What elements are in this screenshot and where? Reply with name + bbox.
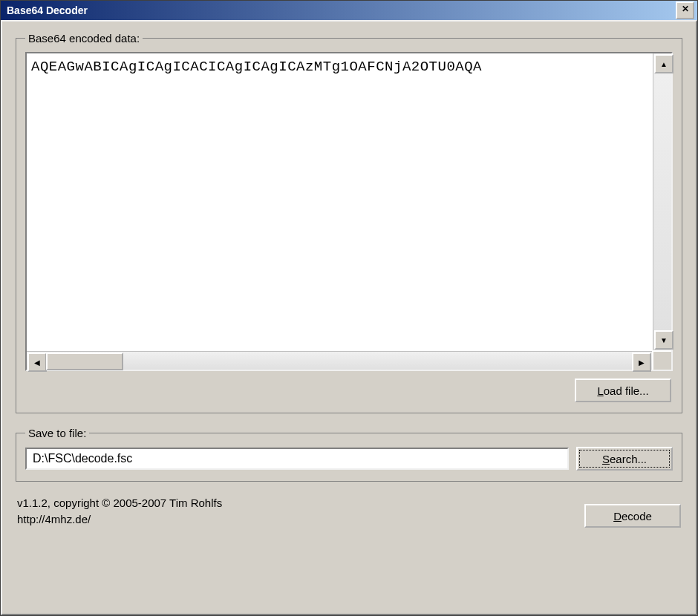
save-path-input[interactable] [25,448,569,470]
chevron-right-icon: ▶ [639,358,645,367]
close-button[interactable]: ✕ [676,1,694,19]
encoded-data-legend: Base64 encoded data: [25,32,143,45]
vertical-scrollbar[interactable]: ▲ ▼ [653,53,671,350]
chevron-up-icon: ▲ [660,60,668,68]
footer-text: v1.1.2, copyright © 2005-2007 Tim Rohlfs… [17,495,222,528]
load-file-label-rest: oad file... [604,384,649,397]
encoded-data-textarea[interactable]: AQEAGwABICAgICAgICACICAgICAgICAzMTg1OAFC… [25,52,673,371]
chevron-down-icon: ▼ [660,336,668,344]
window-title: Base64 Decoder [7,4,676,16]
scroll-up-button[interactable]: ▲ [654,54,673,73]
decode-button[interactable]: Decode [584,504,681,528]
website-line: http://4mhz.de/ [17,511,222,528]
horizontal-scroll-thumb[interactable] [46,353,123,370]
scroll-corner [653,352,671,370]
scroll-right-button[interactable]: ▶ [632,353,651,372]
horizontal-scrollbar[interactable]: ◀ ▶ [27,351,652,370]
client-area: Base64 encoded data: AQEAGwABICAgICAgICA… [1,20,697,615]
close-icon: ✕ [682,4,689,14]
scroll-left-button[interactable]: ◀ [27,353,47,372]
encoded-data-content[interactable]: AQEAGwABICAgICAgICACICAgICAgICAzMTg1OAFC… [27,53,652,350]
chevron-left-icon: ◀ [34,358,40,367]
titlebar: Base64 Decoder ✕ [1,1,697,20]
decode-label-rest: ecode [622,510,652,522]
search-label-rest: earch... [610,453,647,465]
save-file-legend: Save to file: [25,427,89,439]
app-window: Base64 Decoder ✕ Base64 encoded data: AQ… [0,0,698,616]
save-file-group: Save to file: Search... [16,427,682,482]
copyright-line: v1.1.2, copyright © 2005-2007 Tim Rohlfs [17,495,222,511]
footer: v1.1.2, copyright © 2005-2007 Tim Rohlfs… [16,495,682,528]
encoded-data-group: Base64 encoded data: AQEAGwABICAgICAgICA… [16,32,682,413]
search-button[interactable]: Search... [576,447,673,471]
scroll-down-button[interactable]: ▼ [654,330,673,350]
load-file-button[interactable]: Load file... [575,379,671,402]
